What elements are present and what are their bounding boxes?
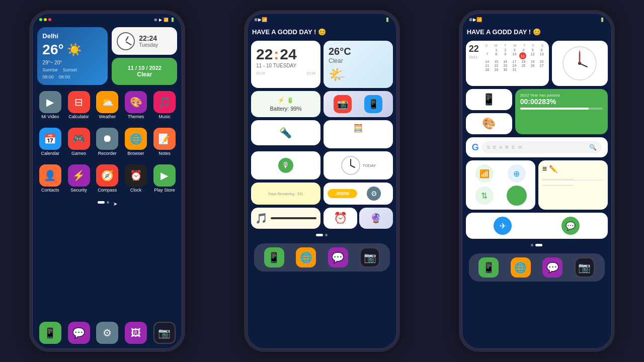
app-themes[interactable]: 🎨 Themes xyxy=(123,91,149,120)
calendar-widget-3[interactable]: 22 10/11 SMTWTFS 123456 78910 11 1213 14… xyxy=(466,41,549,86)
theme-app-icon[interactable]: 🎨 xyxy=(466,113,512,134)
shortcut-2[interactable]: 📱 xyxy=(364,95,382,113)
app-weather[interactable]: ⛅ Weather xyxy=(95,91,120,120)
battery-widget-2[interactable]: ⚡ 🔋 Battery: 99% xyxy=(251,91,320,117)
mic-btn[interactable]: 🎙 xyxy=(278,158,293,173)
music-icon: 🎵 xyxy=(153,91,176,113)
page-dot-2 xyxy=(107,201,109,204)
dock-icon-3[interactable]: 💬 xyxy=(328,247,348,267)
dock-settings[interactable]: ⚙ xyxy=(95,322,120,344)
app-games[interactable]: 🎮 Games xyxy=(66,128,92,156)
calc-icon: 🧮 xyxy=(327,123,390,133)
weather-card[interactable]: Delhi 26° ☀️ 29°~ 20° Sunrise Sunset 08:… xyxy=(37,27,108,85)
dock-msg[interactable]: 💬 xyxy=(66,322,92,344)
notes-widget-3[interactable]: ≡ ✏️ ________________ ________________ xyxy=(538,160,608,210)
music-widget-2[interactable]: 🎵 xyxy=(251,208,320,229)
counter-settings-widget[interactable]: .00000 ⚙ xyxy=(324,183,393,205)
progress-widget-3[interactable]: 2022 Year has passed 00:00283% xyxy=(515,89,608,134)
phone-2: ⊕▶📶 🔋 HAVE A GODD DAY ! 😊 22 : 24 11 - 1… xyxy=(244,10,400,352)
status-bar-2: ⊕▶📶 🔋 xyxy=(247,13,397,24)
app-calculator[interactable]: ⊟ Calculator xyxy=(66,91,92,120)
dock-phone[interactable]: 📱 xyxy=(37,322,63,344)
battery-icon: 🔋 xyxy=(170,18,175,22)
bottom-app-row: 📱 💬 ⚙ 🖼 📷 xyxy=(37,320,177,346)
phone-app-icon[interactable]: 📱 xyxy=(466,89,512,110)
controls-widget-3[interactable]: 📶 ⊕ ⇅ xyxy=(466,160,535,210)
calc-widget-2[interactable]: 🧮 xyxy=(324,120,393,148)
dock-icon-2[interactable]: 🌐 xyxy=(296,247,316,267)
whatsapp-btn[interactable]: 💬 xyxy=(561,217,580,235)
alarm-widget[interactable]: ⏰ xyxy=(324,208,357,229)
weather-widget-2[interactable]: 26°C Clear 🌤️ xyxy=(324,41,393,88)
wifi-btn[interactable]: 📶 xyxy=(475,164,494,183)
app-recorder[interactable]: ⏺ Recorder xyxy=(95,128,120,156)
sun-icon: ☀️ xyxy=(67,43,82,57)
shortcut-1[interactable]: 📸 xyxy=(334,95,352,113)
time-widget[interactable]: 22:24 Tuesday xyxy=(112,27,177,55)
notes-label: Notes xyxy=(158,151,171,156)
app-playstore[interactable]: ▶ Play Store xyxy=(152,164,178,193)
msg-apps-widget-3[interactable]: ✈ 💬 xyxy=(466,213,608,239)
telegram-btn[interactable]: ✈ xyxy=(494,217,512,235)
big-time-widget[interactable]: 22 : 24 11 - 10 TUESDAY 22:24 10:24 xyxy=(251,41,320,88)
date-widget[interactable]: 11 / 10 / 2022 Clear xyxy=(112,58,177,85)
mail-widget[interactable]: 🔮 xyxy=(359,208,393,229)
time-footer: 22:24 10:24 xyxy=(256,71,315,75)
digital-time-col: 22:24 Tuesday xyxy=(139,34,158,48)
search-widget-3[interactable]: G S E A R C H 🔍 xyxy=(466,137,608,157)
time-date-col: 22:24 Tuesday 11 / 10 / 2022 Clear xyxy=(112,27,177,85)
app-contacts[interactable]: 👤 Contacts xyxy=(37,164,63,193)
calculator-label: Calculator xyxy=(68,115,89,120)
widget-row-3-1: 22 10/11 SMTWTFS 123456 78910 11 1213 14… xyxy=(466,41,608,86)
alarm-mail-row: ⏰ 🔮 xyxy=(324,208,393,229)
dock-3: 📱 🌐 💬 📷 xyxy=(469,253,605,282)
weather-icon: ⛅ xyxy=(96,91,118,113)
cal-top: 22 10/11 SMTWTFS 123456 78910 11 1213 14… xyxy=(469,44,546,71)
analog-clock-large[interactable] xyxy=(552,41,607,86)
gallery-dock-icon: 🖼 xyxy=(125,322,147,344)
bt-btn[interactable]: ⊕ xyxy=(508,164,526,183)
status-left-2: ⊕▶📶 xyxy=(254,17,267,22)
app-music[interactable]: 🎵 Music xyxy=(152,91,178,120)
app-browser[interactable]: 🌐 Browser xyxy=(123,128,149,156)
status-right: ⊕ ▶ 📶 🔋 xyxy=(154,18,175,22)
dock-3-icon-3[interactable]: 💬 xyxy=(542,257,562,278)
settings-dock-icon: ⚙ xyxy=(96,322,118,344)
status-bar-3: ⊕▶📶 🔋 xyxy=(462,13,612,24)
flashlight-widget[interactable]: 🔦 xyxy=(251,120,320,145)
days-remaining-widget[interactable]: Days Remaining : 331 xyxy=(251,183,320,205)
mic-widget[interactable]: 🎙 xyxy=(251,151,320,179)
search-placeholder-text: S E A R C H xyxy=(487,145,523,150)
greeting-3: HAVE A GODD DAY ! 😊 xyxy=(466,26,608,38)
dock-camera[interactable]: 📷 xyxy=(152,322,178,344)
app-compass[interactable]: 🧭 Compass xyxy=(95,164,120,193)
themes-icon: 🎨 xyxy=(125,91,147,113)
flashlight-icon: 🔦 xyxy=(279,127,292,139)
app-calendar[interactable]: 📅 Calendar xyxy=(37,128,63,156)
themes-label: Themes xyxy=(128,115,144,120)
dock-gallery[interactable]: 🖼 xyxy=(123,322,149,344)
app-security[interactable]: ⚡ Security xyxy=(66,164,92,193)
shortcuts-widget[interactable]: 📸 📱 xyxy=(324,91,393,117)
settings-btn[interactable]: ⚙ xyxy=(367,187,381,201)
contacts-label: Contacts xyxy=(41,188,59,193)
dock-icon-4[interactable]: 📷 xyxy=(360,247,380,267)
app-mi-video[interactable]: ▶ Mi Video xyxy=(37,91,63,120)
data-btn[interactable]: ⇅ xyxy=(475,187,494,205)
analog-clock xyxy=(117,32,135,50)
weather-sun-icon: 🌤️ xyxy=(329,66,346,83)
dock-icon-1[interactable]: 📱 xyxy=(264,247,284,267)
app-notes[interactable]: 📝 Notes xyxy=(152,128,178,156)
status-left xyxy=(39,18,51,21)
search-bar[interactable]: S E A R C H 🔍 xyxy=(482,141,602,153)
dock-3-icon-2[interactable]: 🌐 xyxy=(511,257,531,278)
date-line2: Clear xyxy=(137,71,152,78)
cal-date-col: 22 10/11 xyxy=(469,44,479,59)
green-circle-btn[interactable] xyxy=(507,186,527,206)
dock-3-icon-4[interactable]: 📷 xyxy=(575,257,595,278)
dock-3-icon-1[interactable]: 📱 xyxy=(478,257,499,278)
analog-clock-widget[interactable]: TODAY xyxy=(324,151,393,179)
security-label: Security xyxy=(70,188,87,193)
app-clock[interactable]: ⏰ Clock xyxy=(123,164,149,193)
big-date-label: 11 - 10 TUESDAY xyxy=(256,63,315,68)
